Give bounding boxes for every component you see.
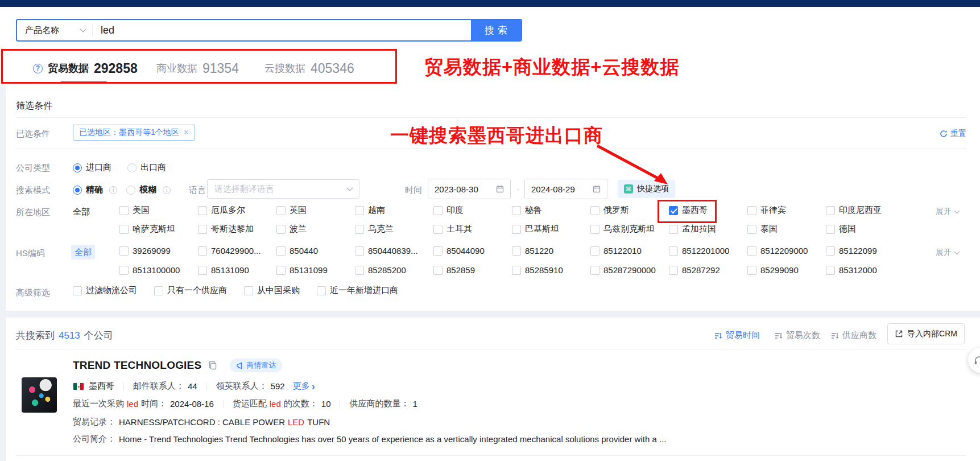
checkbox-icon	[512, 225, 521, 234]
company-name-row: TREND TECHNOLOGIES 商情雷达	[73, 359, 282, 372]
search-button[interactable]: 搜索	[471, 20, 521, 40]
checkbox-label: 85044090	[446, 246, 485, 256]
region-checkbox[interactable]: 印度尼西亚	[826, 205, 904, 216]
hs-checkbox[interactable]: 85122099	[826, 246, 904, 256]
hs-checkbox[interactable]: 85131090	[198, 265, 276, 275]
advanced-checkbox[interactable]: 只有一个供应商	[154, 285, 227, 296]
checkbox-icon	[317, 286, 326, 295]
tab-count: 91354	[202, 61, 239, 76]
language-select[interactable]: 请选择翻译语言	[207, 179, 359, 199]
checkbox-label: 85285910	[525, 265, 563, 275]
region-checkbox[interactable]: 英国	[276, 205, 355, 216]
info-icon[interactable]: i	[109, 186, 117, 194]
reset-button[interactable]: 重置	[940, 129, 966, 139]
hs-checkbox[interactable]: 8512201000	[669, 246, 747, 256]
checkbox-icon	[198, 266, 207, 275]
hs-checkbox[interactable]: 8513100000	[119, 265, 198, 275]
sort-supplier-count[interactable]: 供应商数	[831, 330, 876, 341]
hs-checkbox[interactable]: 851220	[512, 246, 590, 256]
expand-label: 展开	[936, 207, 952, 217]
region-checkbox[interactable]: 乌克兰	[355, 224, 433, 234]
hs-checkbox[interactable]: 85312000	[826, 265, 904, 275]
hs-checkbox[interactable]: 39269099	[119, 246, 198, 256]
hs-checkbox[interactable]: 85299090	[747, 265, 826, 275]
trade-record-label: 贸易记录：	[73, 417, 115, 427]
copy-icon[interactable]	[208, 361, 217, 370]
region-checkbox[interactable]: 秘鲁	[512, 205, 590, 216]
hs-checkbox[interactable]: 85287292	[669, 265, 747, 275]
tab-cloud-search-data[interactable]: 云搜数据 405346	[264, 57, 354, 80]
sort-trade-time[interactable]: 贸易时间	[714, 330, 760, 341]
region-checkbox[interactable]: 乌兹别克斯坦	[590, 224, 669, 234]
hs-checkbox[interactable]: 852859	[433, 265, 512, 275]
region-checkbox[interactable]: 厄瓜多尔	[198, 205, 276, 216]
hs-checkbox[interactable]: 85131099	[276, 265, 355, 275]
selected-region-tag-text: 已选地区：墨西哥等1个地区	[79, 127, 179, 138]
hs-checkbox[interactable]: 760429900...	[198, 246, 276, 256]
region-checkbox[interactable]: 孟加拉国	[669, 224, 747, 234]
region-checkbox[interactable]: 菲律宾	[747, 205, 826, 216]
advanced-checkbox[interactable]: 近一年新增进口商	[317, 285, 398, 296]
radio-importer[interactable]: 进口商	[73, 162, 111, 173]
checkbox-label: 85122099	[839, 246, 877, 256]
email-contacts-count: 44	[188, 381, 197, 391]
close-icon[interactable]: ×	[184, 127, 189, 138]
search-input[interactable]	[93, 20, 471, 40]
sort-trade-count[interactable]: 贸易次数	[775, 330, 820, 341]
region-checkbox[interactable]: 土耳其	[433, 224, 512, 234]
checkbox-icon	[590, 206, 599, 215]
company-name[interactable]: TREND TECHNOLOGIES	[73, 359, 201, 372]
advanced-checkbox[interactable]: 从中国采购	[244, 285, 300, 296]
checkbox-icon	[355, 266, 364, 275]
checkbox-icon	[276, 206, 286, 215]
region-checkbox[interactable]: 墨西哥	[669, 205, 747, 216]
radio-label: 模糊	[139, 184, 156, 195]
region-checkbox[interactable]: 俄罗斯	[590, 205, 669, 216]
radio-exact[interactable]: 精确 i	[73, 184, 117, 195]
company-country: 墨西哥	[89, 381, 114, 392]
sort-icon	[714, 332, 722, 340]
hs-checkbox[interactable]: 85044090	[433, 246, 512, 256]
region-checkbox[interactable]: 波兰	[276, 224, 355, 234]
date-from-picker[interactable]: 2023-08-30	[428, 179, 511, 199]
business-radar-badge[interactable]: 商情雷达	[230, 359, 282, 372]
region-checkbox[interactable]: 印度	[433, 205, 512, 216]
help-icon[interactable]: ?	[33, 64, 43, 73]
selected-region-tag[interactable]: 已选地区：墨西哥等1个地区 ×	[73, 125, 195, 141]
linkedin-contacts-label: 领英联系人：	[216, 381, 267, 392]
region-expand-toggle[interactable]: 展开	[936, 207, 959, 217]
info-icon[interactable]: i	[163, 186, 171, 194]
tab-label: 商业数据	[156, 61, 197, 75]
search-category-dropdown[interactable]: 产品名称	[17, 20, 92, 40]
hs-expand-toggle[interactable]: 展开	[936, 248, 959, 258]
keyword-led: led	[127, 399, 138, 409]
hs-all-chip[interactable]: 全部	[71, 245, 95, 260]
import-crm-button[interactable]: 导入内部CRM	[887, 323, 965, 344]
tab-trade-data[interactable]: ? 贸易数据 292858	[33, 57, 138, 80]
hs-checkbox[interactable]: 85285200	[355, 265, 433, 275]
hs-checkbox[interactable]: 850440839...	[355, 246, 433, 256]
hs-checkbox[interactable]: 85122010	[590, 246, 669, 256]
tab-business-data[interactable]: 商业数据 91354	[156, 57, 239, 80]
region-all-link[interactable]: 全部	[73, 207, 90, 217]
company-profile-row: 公司简介： Home - Trend Technologies Trend Te…	[73, 434, 666, 444]
region-checkbox[interactable]: 越南	[355, 205, 433, 216]
more-link[interactable]: 更多 ›	[293, 381, 315, 392]
radio-selected-icon	[73, 186, 82, 195]
advanced-checkbox[interactable]: 过滤物流公司	[73, 285, 137, 296]
region-checkbox[interactable]: 哈萨克斯坦	[119, 224, 198, 234]
company-thumbnail[interactable]	[22, 377, 57, 413]
chevron-down-icon	[954, 249, 960, 254]
region-checkbox[interactable]: 泰国	[747, 224, 826, 234]
radio-fuzzy[interactable]: 模糊 i	[126, 184, 171, 195]
hs-checkbox[interactable]: 850440	[276, 246, 355, 256]
hs-checkbox[interactable]: 85285910	[512, 265, 590, 275]
region-checkbox[interactable]: 哥斯达黎加	[198, 224, 276, 234]
sort-label: 贸易时间	[726, 330, 760, 341]
region-checkbox[interactable]: 巴基斯坦	[512, 224, 590, 234]
region-checkbox[interactable]: 德国	[826, 224, 904, 234]
hs-checkbox[interactable]: 8512209000	[747, 246, 826, 256]
radio-exporter[interactable]: 出口商	[127, 162, 166, 173]
hs-checkbox[interactable]: 85287290000	[590, 265, 669, 275]
region-checkbox[interactable]: 美国	[119, 205, 198, 216]
